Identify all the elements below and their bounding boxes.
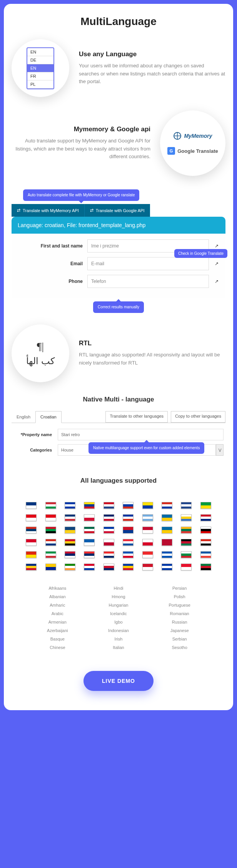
api-logos: MyMemory G Google Translate bbox=[160, 110, 225, 176]
language-name: Hmong bbox=[88, 592, 149, 601]
flag-icon bbox=[162, 527, 172, 534]
flag-icon bbox=[200, 502, 211, 509]
flag-icon bbox=[103, 514, 114, 521]
copy-other-button[interactable]: Copy to other languages bbox=[171, 411, 225, 423]
sec1-body: Your users will be informed about any ch… bbox=[79, 62, 225, 86]
flag-icon bbox=[123, 514, 134, 521]
flag-icon bbox=[123, 564, 134, 570]
language-name: Armenian bbox=[27, 618, 88, 626]
flag-icon bbox=[26, 502, 37, 509]
svg-text:G: G bbox=[170, 149, 173, 153]
flag-icon bbox=[123, 502, 134, 509]
flag-icon bbox=[142, 564, 153, 570]
flag-icon bbox=[103, 527, 114, 534]
flag-icon bbox=[200, 564, 211, 570]
flag-icon bbox=[65, 514, 75, 521]
language-name: Arabic bbox=[27, 609, 88, 618]
file-header: Language: croatian, File: frontend_templ… bbox=[12, 217, 225, 234]
flag-icon bbox=[65, 527, 75, 534]
tab-croatian[interactable]: Croatian bbox=[35, 411, 62, 423]
rtl-preview: ¶| كب الهأ bbox=[12, 324, 69, 382]
language-name: Italian bbox=[88, 643, 149, 652]
language-name: Hindi bbox=[88, 584, 149, 592]
language-name: Icelandic bbox=[88, 609, 149, 618]
language-name: Irish bbox=[88, 635, 149, 643]
flag-icon bbox=[142, 502, 153, 509]
flag-icon bbox=[26, 551, 37, 558]
language-name: Polish bbox=[149, 592, 210, 601]
tooltip-correct-manually: Correct results manually bbox=[93, 301, 144, 313]
flag-icon bbox=[45, 527, 56, 534]
rtl-heading: RTL bbox=[79, 340, 225, 347]
native-heading: Native Multi - language bbox=[12, 396, 225, 403]
categories-label: Categories bbox=[13, 448, 52, 452]
flag-icon bbox=[45, 514, 56, 521]
language-name: Amharic bbox=[27, 601, 88, 609]
language-name: Albanian bbox=[27, 592, 88, 601]
chevron-down-icon[interactable]: ⋁ bbox=[216, 444, 224, 456]
flag-icon bbox=[84, 527, 95, 534]
language-name: Afrikaans bbox=[27, 584, 88, 592]
flag-icon bbox=[181, 527, 192, 534]
live-demo-button[interactable]: LIVE DEMO bbox=[83, 671, 154, 691]
language-name: Serbian bbox=[149, 635, 210, 643]
translation-input[interactable] bbox=[87, 257, 209, 270]
field-label: First and last name bbox=[17, 243, 83, 249]
flag-icon bbox=[181, 551, 192, 558]
translate-buttons: ⇄ Translate with MyMemory API ⇄ Translat… bbox=[12, 204, 225, 217]
share-icon: ⇄ bbox=[90, 208, 93, 213]
flag-icon bbox=[200, 551, 211, 558]
flag-icon bbox=[200, 539, 211, 546]
language-name: Igbo bbox=[88, 618, 149, 626]
lang-option[interactable]: DE bbox=[27, 56, 53, 64]
external-link-icon[interactable]: ↗ bbox=[214, 243, 220, 249]
flag-icon bbox=[162, 502, 172, 509]
flag-icon bbox=[162, 551, 172, 558]
flag-icon bbox=[123, 539, 134, 546]
flag-icon bbox=[200, 527, 211, 534]
external-link-icon[interactable]: ↗ bbox=[214, 279, 220, 284]
flag-icon bbox=[84, 514, 95, 521]
flags-grid bbox=[12, 492, 225, 580]
sec2-body: Auto translate support by MyMemory and G… bbox=[12, 137, 150, 161]
translate-google-button[interactable]: ⇄ Translate with Google API bbox=[85, 204, 150, 217]
native-tabs: English Croatian Translate to other lang… bbox=[12, 411, 225, 423]
googletranslate-logo: G Google Translate bbox=[167, 147, 218, 155]
flag-icon bbox=[65, 539, 75, 546]
badge-check-translate: Check in Google Translate bbox=[174, 249, 227, 258]
tooltip-autotranslate: Auto translate complete file with MyMemo… bbox=[23, 189, 139, 201]
flag-icon bbox=[200, 514, 211, 521]
flag-icon bbox=[84, 502, 95, 509]
flag-icon bbox=[45, 564, 56, 570]
lang-option[interactable]: EN bbox=[27, 48, 53, 56]
lang-option[interactable]: PL bbox=[27, 80, 53, 89]
language-name: Basque bbox=[27, 635, 88, 643]
flag-icon bbox=[181, 502, 192, 509]
flag-icon bbox=[181, 514, 192, 521]
property-name-label: *Property name bbox=[13, 432, 52, 437]
flag-icon bbox=[123, 551, 134, 558]
section-any-language: ENDEENFRPL Use any Language Your users w… bbox=[12, 39, 225, 97]
rtl-body: RTL language also supported! All respons… bbox=[79, 351, 225, 367]
tooltip-native-support: Native multilanguage support even for cu… bbox=[88, 442, 204, 454]
property-name-input[interactable]: Stari retro bbox=[58, 429, 224, 440]
flag-icon bbox=[84, 564, 95, 570]
language-name: Sesotho bbox=[149, 643, 210, 652]
flag-icon bbox=[45, 502, 56, 509]
translate-other-button[interactable]: Translate to other languages bbox=[105, 411, 168, 423]
flag-icon bbox=[162, 564, 172, 570]
translation-input[interactable] bbox=[87, 275, 209, 288]
lang-option[interactable]: FR bbox=[27, 72, 53, 80]
flag-icon bbox=[26, 514, 37, 521]
flag-icon bbox=[181, 564, 192, 570]
flag-icon bbox=[181, 539, 192, 546]
tab-english[interactable]: English bbox=[12, 411, 35, 423]
language-name: Russian bbox=[149, 618, 210, 626]
lang-option[interactable]: EN bbox=[27, 64, 53, 72]
translate-mymemory-button[interactable]: ⇄ Translate with MyMemory API bbox=[12, 204, 85, 217]
flag-icon bbox=[103, 551, 114, 558]
page-title: MultiLanguage bbox=[12, 15, 225, 28]
external-link-icon[interactable]: ↗ bbox=[214, 261, 220, 266]
flag-icon bbox=[123, 527, 134, 534]
language-name: Indonesian bbox=[88, 626, 149, 635]
